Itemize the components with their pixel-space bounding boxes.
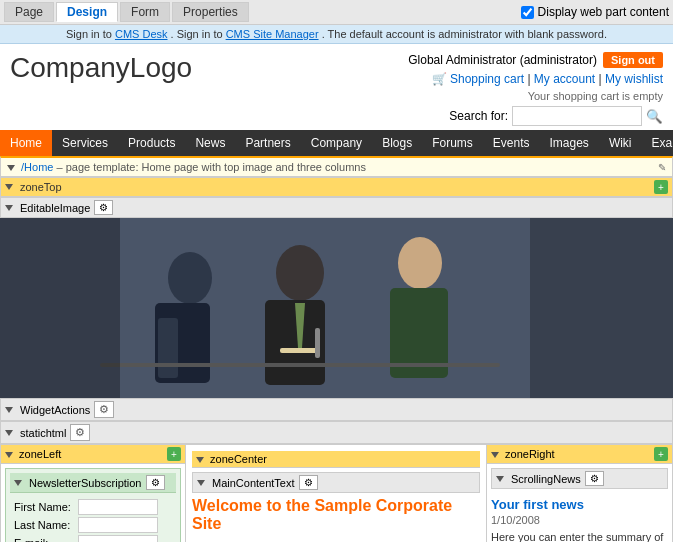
- nav-company[interactable]: Company: [301, 130, 372, 156]
- nav-forums[interactable]: Forums: [422, 130, 483, 156]
- zone-top-add-button[interactable]: +: [654, 180, 668, 194]
- main-content-gear-icon[interactable]: ⚙: [299, 475, 318, 490]
- zone-center-bar: zoneCenter: [192, 451, 480, 468]
- display-checkbox[interactable]: [521, 6, 534, 19]
- zone-left-add-button[interactable]: +: [167, 447, 181, 461]
- sign-out-button[interactable]: Sign out: [603, 52, 663, 68]
- nav-wiki[interactable]: Wiki: [599, 130, 642, 156]
- newsletter-gear-icon[interactable]: ⚙: [146, 475, 165, 490]
- display-checkbox-container: Display web part content: [521, 5, 669, 19]
- zone-left-triangle-icon: [5, 452, 13, 458]
- header-right: Global Administrator (administrator) Sig…: [408, 52, 663, 126]
- top-tabs-bar: Page Design Form Properties Display web …: [0, 0, 673, 25]
- cms-desk-link[interactable]: CMS Desk: [115, 28, 168, 40]
- template-label: –: [57, 161, 66, 173]
- nav-blogs[interactable]: Blogs: [372, 130, 422, 156]
- home-path-link[interactable]: /Home: [21, 161, 53, 173]
- search-label: Search for:: [449, 109, 508, 123]
- zone-right-name: zoneRight: [491, 448, 555, 460]
- scrolling-news-triangle-icon: [496, 476, 504, 482]
- info-bar: Sign in to CMS Desk . Sign in to CMS Sit…: [0, 25, 673, 44]
- widget-triangle-icon: [5, 205, 13, 211]
- svg-point-5: [276, 245, 324, 301]
- main-content-widget-label: MainContentText: [212, 477, 295, 489]
- editable-image-label: EditableImage: [20, 202, 90, 214]
- admin-label: Global Administrator (administrator): [408, 53, 597, 67]
- template-edit-icon[interactable]: ✎: [658, 162, 666, 173]
- zone-left-label: zoneLeft: [19, 448, 61, 460]
- tab-design[interactable]: Design: [56, 2, 118, 22]
- my-wishlist-link[interactable]: My wishlist: [605, 72, 663, 86]
- search-input[interactable]: [512, 106, 642, 126]
- zone-triangle-icon: [5, 184, 13, 190]
- shopping-cart-link[interactable]: Shopping cart: [450, 72, 524, 86]
- nav-events[interactable]: Events: [483, 130, 540, 156]
- template-bar-content: /Home – page template: Home page with to…: [7, 161, 366, 173]
- email-label: E-mail:: [14, 537, 74, 542]
- first-name-field: First Name:: [14, 499, 172, 515]
- col-left: zoneLeft + NewsletterSubscription ⚙ Firs…: [1, 445, 186, 542]
- widget-actions-triangle-icon: [5, 407, 13, 413]
- tab-group: Page Design Form Properties: [4, 2, 249, 22]
- cart-status: Your shopping cart is empty: [408, 90, 663, 102]
- template-label-text: page template:: [66, 161, 139, 173]
- info-text-before: Sign in to: [66, 28, 115, 40]
- last-name-label: Last Name:: [14, 519, 74, 531]
- zone-right-add-button[interactable]: +: [654, 447, 668, 461]
- static-html-gear-icon[interactable]: ⚙: [70, 424, 90, 441]
- newsletter-content: First Name: Last Name: E-mail: Subscribe: [10, 493, 176, 542]
- hero-svg: [0, 218, 673, 398]
- zone-top-label: zoneTop: [20, 181, 62, 193]
- zone-right-bar: zoneRight +: [487, 445, 672, 464]
- first-name-label: First Name:: [14, 501, 74, 513]
- news-content: Your first news 1/10/2008 Here you can e…: [487, 493, 672, 542]
- email-input[interactable]: [78, 535, 158, 542]
- info-text-between: . Sign in to: [171, 28, 226, 40]
- search-button[interactable]: 🔍: [646, 109, 663, 124]
- three-column-layout: zoneLeft + NewsletterSubscription ⚙ Firs…: [0, 444, 673, 542]
- logo-text: CompanyLogo: [10, 52, 192, 83]
- my-account-link[interactable]: My account: [534, 72, 595, 86]
- static-html-label: statichtml: [20, 427, 66, 439]
- newsletter-title-bar: NewsletterSubscription ⚙: [10, 473, 176, 493]
- zone-top-bar: zoneTop +: [0, 177, 673, 197]
- nav-news[interactable]: News: [185, 130, 235, 156]
- zone-right-triangle-icon: [491, 452, 499, 458]
- svg-rect-13: [0, 218, 120, 398]
- tab-page[interactable]: Page: [4, 2, 54, 22]
- zone-center-label: zoneCenter: [210, 453, 267, 465]
- newsletter-widget-label: NewsletterSubscription: [29, 477, 142, 489]
- nav-home[interactable]: Home: [0, 130, 52, 156]
- first-name-input[interactable]: [78, 499, 158, 515]
- editable-image-bar: EditableImage ⚙: [0, 197, 673, 218]
- col-right: zoneRight + ScrollingNews ⚙ Your first n…: [487, 445, 672, 542]
- nav-images[interactable]: Images: [540, 130, 599, 156]
- nav-products[interactable]: Products: [118, 130, 185, 156]
- zone-left-name: zoneLeft: [5, 448, 61, 460]
- main-content-title: Welcome to the Sample Corporate Site: [192, 497, 480, 533]
- svg-rect-14: [530, 218, 673, 398]
- widget-actions-label: WidgetActions: [20, 404, 90, 416]
- tab-form[interactable]: Form: [120, 2, 170, 22]
- last-name-input[interactable]: [78, 517, 158, 533]
- nav-services[interactable]: Services: [52, 130, 118, 156]
- svg-rect-4: [158, 318, 178, 378]
- svg-point-8: [398, 237, 442, 289]
- widget-actions-gear-icon[interactable]: ⚙: [94, 401, 114, 418]
- news-date: 1/10/2008: [491, 514, 668, 526]
- nav-partners[interactable]: Partners: [235, 130, 300, 156]
- svg-rect-11: [315, 328, 320, 358]
- news-body: Here you can enter the summary of the ne…: [491, 530, 668, 542]
- tab-properties[interactable]: Properties: [172, 2, 249, 22]
- search-bar: Search for: 🔍: [408, 106, 663, 126]
- cms-site-manager-link[interactable]: CMS Site Manager: [226, 28, 319, 40]
- nav-examples[interactable]: Examples: [642, 130, 673, 156]
- shopping-icon: 🛒: [432, 72, 447, 86]
- main-content-widget-bar: MainContentText ⚙: [192, 472, 480, 493]
- scrolling-news-label: ScrollingNews: [511, 473, 581, 485]
- widget-settings-icon[interactable]: ⚙: [94, 200, 113, 215]
- triangle-icon: [7, 165, 15, 171]
- static-html-bar: statichtml ⚙: [0, 421, 673, 444]
- scrolling-news-gear-icon[interactable]: ⚙: [585, 471, 604, 486]
- news-title: Your first news: [491, 497, 668, 512]
